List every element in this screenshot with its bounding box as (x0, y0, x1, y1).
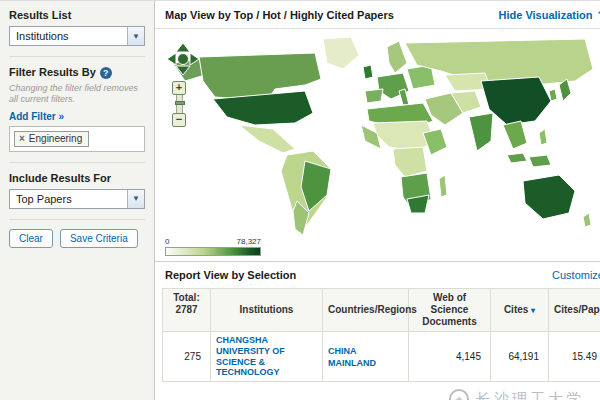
column-header-institutions[interactable]: Institutions (211, 289, 323, 332)
map-region-africa[interactable] (361, 103, 447, 213)
zoom-out-button[interactable]: − (172, 113, 186, 127)
world-choropleth-map[interactable] (155, 29, 600, 261)
save-criteria-button[interactable]: Save Criteria (60, 229, 138, 248)
table-row: 275 CHANGSHA UNIVERSITY OF SCIENCE & TEC… (163, 332, 600, 382)
legend-gradient-bar (165, 247, 261, 256)
column-header-cites-per-paper[interactable]: Cites/Paper (549, 289, 600, 332)
main-panel: Map View by Top / Hot / Highly Cited Pap… (155, 1, 600, 400)
zoom-slider[interactable] (176, 95, 183, 113)
active-filters-box: × Engineering (9, 126, 145, 152)
world-map-area: + − 0 78,327 (155, 29, 600, 261)
results-list-dropdown[interactable]: Institutions ▼ (9, 26, 145, 46)
legend-min-value: 0 (165, 237, 169, 246)
chevron-down-icon: ▼ (127, 27, 144, 45)
help-icon[interactable]: ? (100, 67, 112, 79)
institution-link[interactable]: CHANGSHA UNIVERSITY OF SCIENCE & TECHNOL… (216, 335, 317, 378)
filter-by-section: Filter Results By? Changing the filter f… (9, 66, 145, 163)
report-section: Report View by Selection Customize Total… (155, 261, 600, 400)
remove-filter-icon[interactable]: × (19, 133, 25, 144)
column-header-documents[interactable]: Web of Science Documents (409, 289, 491, 332)
row-cites-cell: 64,191 (491, 332, 549, 382)
results-list-label: Results List (9, 9, 145, 21)
sidebar-actions: Clear Save Criteria (9, 229, 145, 258)
pan-down-icon (176, 66, 190, 75)
include-results-selected-value: Top Papers (16, 193, 72, 205)
zoom-slider-handle[interactable] (175, 101, 185, 105)
legend-max-value: 78,327 (237, 237, 261, 246)
total-label: Total: (168, 292, 205, 304)
column-header-countries[interactable]: Countries/Regions (323, 289, 409, 332)
collapse-icon: ⌃ (596, 10, 600, 20)
report-table: Total: 2787 Institutions Countries/Regio… (162, 288, 600, 382)
pan-left-icon (167, 53, 176, 65)
map-region-oceania[interactable] (523, 175, 591, 227)
hide-visualization-label: Hide Visualization (499, 9, 593, 21)
include-results-section: Include Results For Top Papers ▼ (9, 172, 145, 220)
row-institution-cell: CHANGSHA UNIVERSITY OF SCIENCE & TECHNOL… (211, 332, 323, 382)
pan-up-icon (176, 43, 190, 52)
cites-header-label: Cites (504, 304, 528, 315)
map-region-south-america[interactable] (281, 151, 331, 235)
include-results-dropdown[interactable]: Top Papers ▼ (9, 189, 145, 209)
country-link[interactable]: CHINA MAINLAND (328, 346, 376, 368)
map-zoom-control: + − (172, 81, 186, 127)
filter-tag-engineering[interactable]: × Engineering (14, 131, 89, 147)
map-view-title: Map View by Top / Hot / Highly Cited Pap… (165, 9, 394, 21)
map-pan-control[interactable] (165, 41, 201, 77)
filter-sidebar: Results List Institutions ▼ Filter Resul… (0, 1, 155, 400)
clear-button[interactable]: Clear (9, 229, 53, 248)
row-cites-per-paper-cell: 15.49 (549, 332, 600, 382)
sort-desc-icon: ▾ (531, 306, 535, 315)
map-color-legend: 0 78,327 (165, 237, 261, 256)
pan-right-icon (190, 53, 199, 65)
results-list-selected-value: Institutions (16, 30, 69, 42)
total-header-cell: Total: 2787 (163, 289, 211, 332)
table-header-row: Total: 2787 Institutions Countries/Regio… (163, 289, 600, 332)
pan-center-icon (178, 54, 189, 65)
add-filter-link[interactable]: Add Filter » (9, 111, 64, 122)
row-documents-cell: 4,145 (409, 332, 491, 382)
filter-note: Changing the filter field removes all cu… (9, 83, 145, 106)
chevron-down-icon: ▼ (127, 190, 144, 208)
report-header-bar: Report View by Selection Customize (155, 262, 600, 288)
include-results-label: Include Results For (9, 172, 145, 184)
row-count-cell: 275 (163, 332, 211, 382)
zoom-in-button[interactable]: + (172, 81, 186, 95)
customize-link[interactable]: Customize (552, 269, 600, 281)
total-value: 2787 (168, 304, 205, 316)
map-header-bar: Map View by Top / Hot / Highly Cited Pap… (155, 1, 600, 29)
results-list-section: Results List Institutions ▼ (9, 9, 145, 57)
column-header-cites[interactable]: Cites ▾ (491, 289, 549, 332)
filter-by-label: Filter Results By (9, 66, 96, 78)
hide-visualization-link[interactable]: Hide Visualization ⌃ (499, 9, 600, 21)
row-country-cell: CHINA MAINLAND (323, 332, 409, 382)
report-title: Report View by Selection (165, 269, 296, 281)
esi-app-window: Results List Institutions ▼ Filter Resul… (0, 0, 600, 400)
filter-tag-label: Engineering (29, 133, 82, 144)
